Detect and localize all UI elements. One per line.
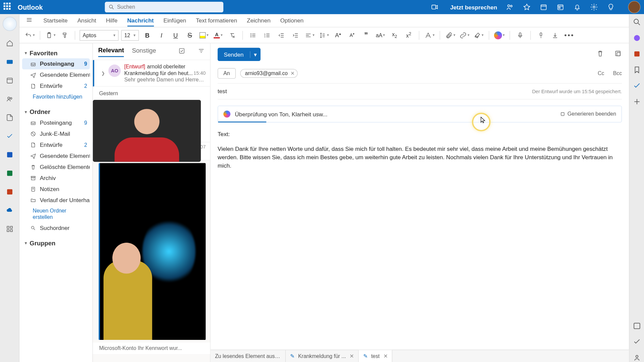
folders-header[interactable]: Ordner [22,107,90,117]
subject-value[interactable]: test [218,88,227,95]
add-pane-icon[interactable] [632,97,641,106]
superscript-icon[interactable]: x2 [403,29,414,41]
home-rail-icon[interactable] [3,37,16,50]
draft-tab[interactable]: ✎Krankmeldung für ...✕ [286,350,359,362]
folder-item[interactable]: Posteingang9 [22,58,90,69]
sensitivity-icon[interactable] [535,29,547,41]
search-pane-icon[interactable] [632,18,641,26]
to-button[interactable]: An [218,68,236,79]
ribbon-tab[interactable]: Hilfe [106,15,117,25]
contacts-peek-icon[interactable] [632,353,641,362]
more-ribbon-icon[interactable]: ••• [564,29,575,41]
nav-toggle-icon[interactable] [25,16,33,25]
highlight-icon[interactable]: ▾ [198,29,210,41]
ribbon-tab[interactable]: Optionen [280,15,304,25]
ribbon-tab[interactable]: Ansicht [77,15,96,25]
subscript-icon[interactable]: x2 [389,29,400,41]
numbering-icon[interactable]: 123 [261,29,273,41]
dictate-icon[interactable] [515,29,526,41]
recipient-chip[interactable]: arnio93@gmail.co✕ [240,69,298,78]
remove-recipient-icon[interactable]: ✕ [290,70,294,76]
format-painter-icon[interactable] [59,29,70,41]
ribbon-tab[interactable]: Startseite [43,15,67,25]
styles-icon[interactable]: ▾ [424,29,435,41]
indent-icon[interactable] [290,29,301,41]
settings-icon[interactable] [590,3,598,11]
teams-icon[interactable] [506,3,514,11]
shrink-font-icon[interactable]: A▾ [346,29,358,41]
bullets-icon[interactable] [247,29,259,41]
folder-item[interactable]: Gesendete Elemente [22,150,90,161]
search-box[interactable] [105,2,223,12]
todo-rail-icon[interactable] [3,130,16,142]
app-launcher-icon[interactable] [4,3,12,11]
search-folders-item[interactable]: Suchordner [22,222,90,233]
more-apps-rail-icon[interactable] [3,223,16,235]
download-icon[interactable] [549,29,561,41]
message-item[interactable]: ❯ AO [Entwurf] arnold oberleiter Krankme… [93,60,210,86]
align-icon[interactable]: ▾ [304,29,315,41]
account-avatar[interactable] [628,1,641,13]
message-body[interactable]: Text: Vielen Dank für Ihre netten Worte … [211,122,629,170]
add-favorite-link[interactable]: Favoriten hinzufügen [22,92,90,102]
day-icon[interactable] [556,3,565,11]
signature-icon[interactable]: ▾ [473,29,484,41]
outdent-icon[interactable] [276,29,287,41]
notifications-icon[interactable] [573,3,581,11]
ribbon-tab[interactable]: Nachricht [127,15,154,26]
focused-tab[interactable]: Relevant [98,46,124,57]
message-preview[interactable]: Microsoft-Konto Ihr Kennwort wur... [93,343,210,354]
meet-now-label[interactable]: Jetzt besprechen [450,4,497,10]
folder-item[interactable]: Junk-E-Mail [22,128,90,139]
clear-format-icon[interactable] [226,29,238,41]
cc-toggle[interactable]: Cc [598,70,604,76]
todo-pane-icon[interactable] [632,81,641,90]
folder-item[interactable]: Notizen [22,183,90,194]
meet-now-icon[interactable] [431,3,439,11]
copilot-icon[interactable] [2,17,16,31]
files-rail-icon[interactable] [3,111,16,124]
powerpoint-rail-icon[interactable] [3,186,16,198]
send-button[interactable]: Senden ▾ [218,48,261,61]
copilot-pane-icon[interactable] [632,34,641,42]
other-tab[interactable]: Sonstige [132,47,156,56]
spacing-icon[interactable]: ▾ [318,29,329,41]
filter-icon[interactable] [198,47,205,56]
search-input[interactable] [117,4,220,10]
underline-icon[interactable]: U [170,29,181,41]
italic-icon[interactable]: I [156,29,167,41]
folder-item[interactable]: Verlauf der Unterhalt... [22,194,90,205]
mail-rail-icon[interactable] [3,56,16,68]
ribbon-tab[interactable]: Zeichnen [247,15,271,25]
font-size-select[interactable]: 12▾ [121,30,139,41]
link-icon[interactable]: ▾ [459,29,470,41]
select-mode-icon[interactable] [178,47,185,56]
word-rail-icon[interactable] [3,148,16,161]
folder-item[interactable]: Gesendete Elemente [22,69,90,80]
excel-rail-icon[interactable] [3,167,16,179]
calendar-peek2-icon[interactable] [632,321,641,330]
favorites-header[interactable]: Favoriten [22,48,90,58]
folder-item[interactable]: Entwürfe2 [22,139,90,150]
font-name-select[interactable]: Aptos▾ [79,30,118,41]
people-rail-icon[interactable] [3,93,16,105]
strike-icon[interactable]: S [184,29,196,41]
bookmark-pane-icon[interactable] [632,65,641,74]
folder-item[interactable]: Gelöschte Elemente [22,161,90,172]
tips-icon[interactable] [607,3,615,11]
calendar-peek-icon[interactable] [540,3,548,11]
groups-header[interactable]: Gruppen [22,238,90,248]
bold-icon[interactable]: B [142,29,153,41]
attach-icon[interactable]: ▾ [444,29,456,41]
expand-icon[interactable]: ❯ [101,71,105,76]
case-icon[interactable]: aA▾ [375,29,386,41]
bcc-toggle[interactable]: Bcc [613,70,622,76]
pp-pane-icon[interactable] [632,50,641,58]
copilot-ribbon-icon[interactable]: ▾ [494,29,505,41]
copilot-stop-button[interactable]: Generieren beenden [559,111,616,117]
folder-item[interactable]: Entwürfe2 [22,80,90,92]
paste-icon[interactable]: ▾ [45,29,56,41]
close-tab-icon[interactable]: ✕ [350,353,354,359]
ribbon-tab[interactable]: Einfügen [163,15,186,25]
font-color-icon[interactable]: A▾ [212,29,224,41]
